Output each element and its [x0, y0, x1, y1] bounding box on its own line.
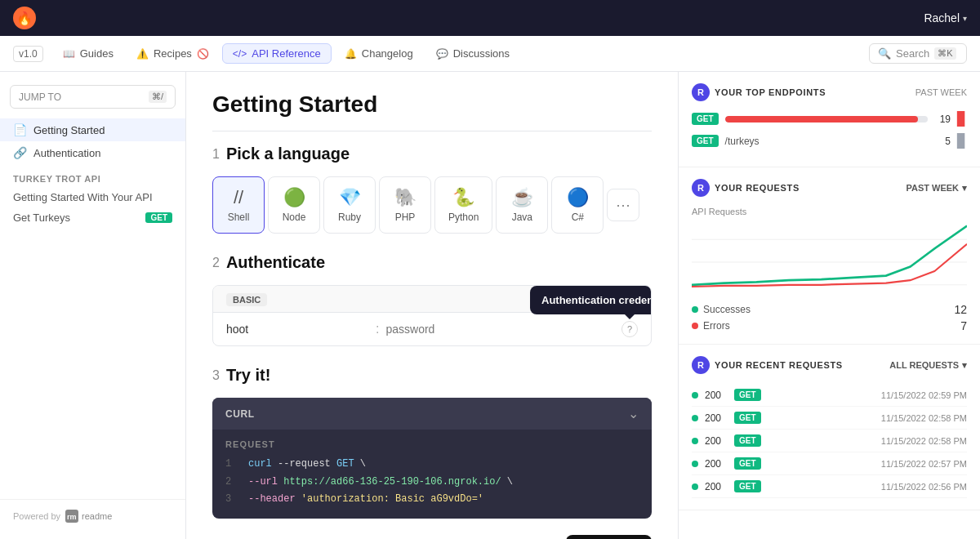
line-num-2: 2: [225, 474, 238, 492]
auth-username-input[interactable]: [226, 323, 369, 336]
tab-api-reference[interactable]: </> API Reference: [222, 43, 332, 64]
language-picker: // Shell 🟢 Node 💎 Ruby 🐘 PHP 🐍 Pyt: [212, 176, 652, 234]
endpoint-0-bar-wrap: [725, 113, 928, 126]
recent-method: GET: [734, 457, 761, 470]
error-dot: [692, 323, 698, 329]
link-icon: 🔗: [13, 146, 27, 159]
past-week-dropdown[interactable]: PAST WEEK ▾: [906, 183, 967, 194]
your-requests-title: YOUR REQUESTS: [715, 183, 800, 193]
top-endpoints-title: YOUR TOP ENDPOINTS: [715, 87, 826, 97]
svg-text:rm: rm: [67, 513, 77, 521]
sidebar-link-getting-started-api[interactable]: Getting Started With Your API: [0, 187, 185, 207]
endpoint-0-count: 19: [934, 114, 951, 125]
jump-to-box[interactable]: JUMP TO ⌘/: [10, 85, 176, 109]
recent-dot: [692, 438, 698, 444]
recent-row: 200 GET 11/15/2022 02:57 PM: [692, 452, 967, 475]
lang-shell[interactable]: // Shell: [212, 176, 265, 234]
section-1-num: 1: [212, 147, 220, 162]
recent-method: GET: [734, 389, 761, 401]
recent-dot: [692, 483, 698, 490]
lang-java[interactable]: ☕ Java: [496, 176, 548, 234]
chart-wrap: [692, 221, 967, 303]
lang-java-label: Java: [512, 212, 532, 223]
recent-status: 200: [705, 390, 728, 401]
user-menu[interactable]: Rachel ▾: [924, 11, 967, 24]
top-endpoints-title-row: R YOUR TOP ENDPOINTS: [692, 83, 826, 101]
curl-body: REQUEST 1 curl --request GET \ 2 --url h…: [212, 430, 652, 519]
try-it-button[interactable]: Try It!: [566, 535, 652, 539]
search-bar[interactable]: 🔍 Search ⌘K: [869, 43, 967, 64]
sidebar-item-getting-started[interactable]: 📄 Getting Started: [0, 118, 185, 141]
shell-icon: //: [234, 187, 243, 208]
errors-label: Errors: [703, 320, 730, 332]
recent-method: GET: [734, 480, 761, 492]
errors-count: 7: [960, 319, 967, 332]
lang-php-label: PHP: [395, 212, 416, 223]
recent-status: 200: [705, 481, 728, 492]
requests-chart: [692, 221, 967, 303]
tab-changelog[interactable]: 🔔 Changelog: [335, 44, 423, 63]
all-requests-dropdown[interactable]: ALL REQUESTS ▾: [889, 360, 967, 371]
lang-php[interactable]: 🐘 PHP: [379, 176, 431, 234]
section-try-it: 3 Try it! CURL ⌄ REQUEST 1 curl --reques…: [212, 366, 652, 539]
auth-password-input[interactable]: [385, 323, 615, 336]
lang-node[interactable]: 🟢 Node: [268, 176, 320, 234]
sidebar-link-get-turkeys[interactable]: Get Turkeys GET: [0, 207, 185, 228]
successes-label: Successes: [703, 304, 751, 315]
recent-rows-list: 200 GET 11/15/2022 02:59 PM 200 GET 11/1…: [692, 384, 967, 498]
curl-line-1: 1 curl --request GET \: [225, 456, 639, 474]
tab-guides[interactable]: 📖 Guides: [53, 44, 123, 63]
endpoint-0-method: GET: [692, 113, 719, 125]
more-languages-button[interactable]: ⋯: [607, 189, 639, 221]
recent-row: 200 GET 11/15/2022 02:56 PM: [692, 475, 967, 498]
recent-status: 200: [705, 412, 728, 424]
chevron-down-requests-icon: ▾: [962, 183, 967, 194]
endpoint-1-method: GET: [692, 135, 719, 147]
auth-row: : ? Authentication credentials for hoot: [213, 313, 651, 345]
recipes-badge-icon: 🚫: [197, 48, 209, 60]
tab-discussions[interactable]: 💬 Discussions: [426, 44, 519, 63]
python-icon: 🐍: [452, 187, 474, 208]
csharp-icon: 🔵: [567, 187, 589, 208]
success-dot: [692, 306, 698, 313]
help-icon[interactable]: ?: [621, 321, 638, 337]
recent-timestamp: 11/15/2022 02:56 PM: [881, 482, 967, 492]
your-requests-header: R YOUR REQUESTS PAST WEEK ▾: [692, 179, 967, 197]
lang-python-label: Python: [448, 212, 479, 223]
get-turkeys-badge: GET: [145, 212, 172, 223]
recent-timestamp: 11/15/2022 02:57 PM: [881, 459, 967, 469]
recent-row: 200 GET 11/15/2022 02:59 PM: [692, 384, 967, 407]
curl-expand-icon[interactable]: ⌄: [628, 406, 639, 421]
search-label: Search: [896, 47, 929, 60]
sidebar-item-authentication[interactable]: 🔗 Authentication: [0, 141, 185, 164]
lang-csharp[interactable]: 🔵 C#: [551, 176, 604, 234]
bell-icon: 🔔: [345, 48, 357, 60]
tab-bar: v1.0 📖 Guides ⚠️ Recipes 🚫 </> API Refer…: [0, 36, 980, 72]
lang-ruby[interactable]: 💎 Ruby: [323, 176, 376, 234]
recent-dot: [692, 415, 698, 421]
endpoint-1-icon: ▊: [957, 133, 967, 149]
section-1-title: Pick a language: [226, 145, 350, 163]
lang-node-label: Node: [283, 212, 306, 223]
username-label: Rachel: [924, 11, 960, 24]
lang-python[interactable]: 🐍 Python: [434, 176, 492, 234]
alert-icon: ⚠️: [136, 48, 149, 60]
tab-recipes[interactable]: ⚠️ Recipes 🚫: [127, 44, 219, 63]
endpoint-1-path: /turkeys: [725, 136, 928, 147]
endpoint-0-bar: [725, 116, 928, 122]
section-2-title: Authenticate: [226, 253, 325, 272]
line-code-1: curl --request GET \: [248, 456, 366, 474]
recent-requests-header: R YOUR RECENT REQUESTS ALL REQUESTS ▾: [692, 356, 967, 374]
version-badge: v1.0: [13, 46, 43, 62]
endpoint-row-1: GET /turkeys 5 ▊: [692, 133, 967, 149]
curl-header: CURL ⌄: [212, 398, 652, 430]
lang-shell-label: Shell: [228, 212, 250, 223]
jump-to-label: JUMP TO: [19, 91, 61, 103]
tab-api-reference-label: API Reference: [252, 47, 321, 60]
navbar-left: 🔥: [13, 7, 36, 29]
your-requests-title-row: R YOUR REQUESTS: [692, 179, 800, 197]
auth-box: BASIC : ? Authentication credentials for…: [212, 285, 652, 346]
page-title: Getting Started: [212, 91, 652, 118]
stats-rows: Successes 12 Errors 7: [692, 303, 967, 332]
chat-icon: 💬: [436, 48, 448, 60]
